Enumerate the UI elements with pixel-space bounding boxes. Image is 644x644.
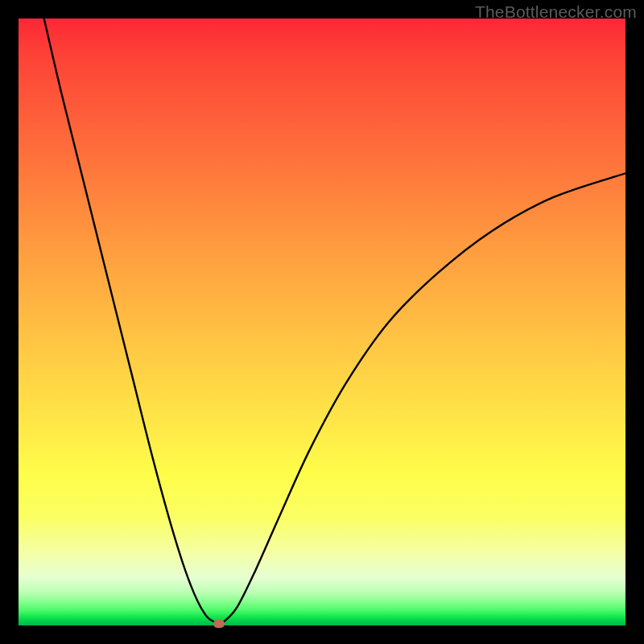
watermark-text: TheBottlenecker.com [475, 2, 637, 22]
plot-area [19, 19, 625, 625]
chart-frame: TheBottlenecker.com [0, 0, 644, 644]
optimal-point-marker [213, 620, 225, 628]
